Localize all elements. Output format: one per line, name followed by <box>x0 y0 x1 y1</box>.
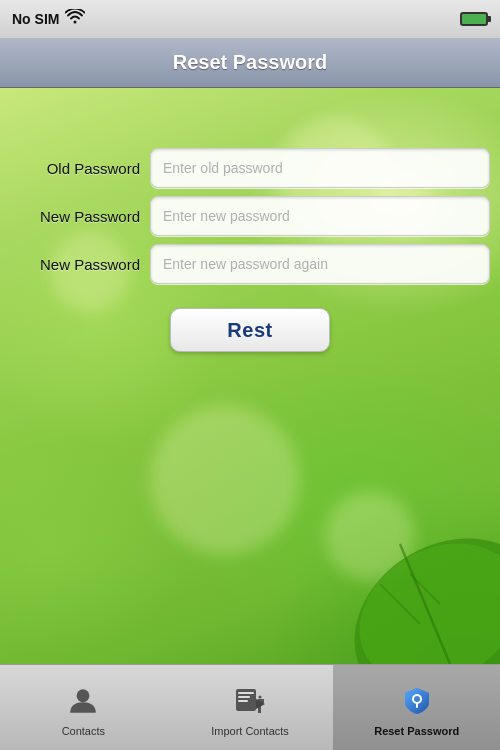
wifi-icon <box>65 9 85 30</box>
tab-contacts[interactable]: Contacts <box>0 665 167 750</box>
svg-point-6 <box>77 689 90 702</box>
leaf-decoration <box>320 464 500 664</box>
tab-bar: Contacts Import Contacts <box>0 664 500 750</box>
nav-bar: Reset Password <box>0 38 500 88</box>
page-title: Reset Password <box>173 51 328 74</box>
new-password-input[interactable] <box>150 196 490 236</box>
svg-rect-8 <box>238 692 254 694</box>
svg-point-0 <box>74 20 77 23</box>
battery-icon <box>460 12 488 26</box>
status-right <box>460 12 488 26</box>
tab-contacts-label: Contacts <box>62 725 105 737</box>
tab-import-contacts[interactable]: Import Contacts <box>167 665 334 750</box>
old-password-label: Old Password <box>10 160 150 177</box>
old-password-input[interactable] <box>150 148 490 188</box>
tab-import-label: Import Contacts <box>211 725 289 737</box>
status-left: No SIM <box>12 9 85 30</box>
status-bar: No SIM <box>0 0 500 38</box>
svg-rect-15 <box>416 702 418 708</box>
confirm-password-label: New Password <box>10 256 150 273</box>
tab-reset-password[interactable]: Reset Password <box>333 665 500 750</box>
form-area: Old Password New Password New Password R… <box>0 148 500 352</box>
reset-password-icon <box>401 684 433 721</box>
new-password-row: New Password <box>10 196 490 236</box>
import-icon <box>234 684 266 721</box>
svg-rect-9 <box>238 696 250 698</box>
submit-button[interactable]: Rest <box>170 308 330 352</box>
old-password-row: Old Password <box>10 148 490 188</box>
svg-point-13 <box>259 696 262 699</box>
contacts-icon <box>67 684 99 721</box>
confirm-password-input[interactable] <box>150 244 490 284</box>
tab-reset-label: Reset Password <box>374 725 459 737</box>
carrier-text: No SIM <box>12 11 59 27</box>
svg-rect-10 <box>238 700 248 702</box>
new-password-label: New Password <box>10 208 150 225</box>
confirm-password-row: New Password <box>10 244 490 284</box>
bokeh-3 <box>150 405 300 555</box>
main-content: Old Password New Password New Password R… <box>0 88 500 664</box>
